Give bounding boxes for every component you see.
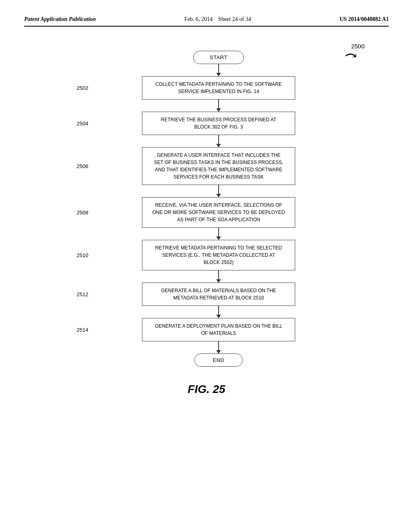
end-node: END [194, 353, 243, 367]
header-publication-label: Patent Application Publication [24, 16, 96, 23]
step-2510-text: RETRIEVE METADATA PERTAINING TO THE SELE… [155, 245, 282, 265]
header-sheet: Sheet 24 of 34 [218, 16, 251, 22]
step-2506-box: GENERATE A USER INTERFACE THAT INCLUDES … [142, 147, 295, 185]
header-patent-number: US 2014/0040882 A1 [340, 16, 389, 23]
step-2510-label: 2510 [77, 252, 88, 258]
step-2504-label: 2504 [77, 121, 88, 127]
step-2502-text: COLLECT METADATA PERTAINING TO THE SOFTW… [155, 81, 282, 94]
step-2502-box: COLLECT METADATA PERTAINING TO THE SOFTW… [142, 76, 295, 100]
step-2512-text: GENERATE A BILL OF MATERIALS BASED ON TH… [161, 288, 276, 301]
step-2502-row: 2502 COLLECT METADATA PERTAINING TO THE … [36, 76, 401, 100]
step-2506-row: 2506 GENERATE A USER INTERFACE THAT INCL… [36, 147, 401, 185]
header-date: Feb. 6, 2014 [184, 16, 213, 22]
arrow-3 [218, 185, 219, 197]
step-2506-text: GENERATE A USER INTERFACE THAT INCLUDES … [154, 152, 284, 180]
step-2510-row: 2510 RETRIEVE METADATA PERTAINING TO THE… [36, 240, 401, 270]
start-row: START [36, 51, 401, 64]
arrow-5 [218, 270, 219, 283]
step-2510-box: RETRIEVE METADATA PERTAINING TO THE SELE… [142, 240, 295, 270]
step-2514-label: 2514 [77, 327, 88, 333]
arrow-6 [218, 306, 219, 318]
step-2504-box: RETRIEVE THE BUSINESS PROCESS DEFINED AT… [142, 112, 295, 135]
step-2514-row: 2514 GENERATE A DEPLOYMENT PLAN BASED ON… [36, 318, 401, 341]
header-date-sheet: Feb. 6, 2014 Sheet 24 of 34 [184, 16, 251, 23]
step-2508-text: RECEIVE, VIA THE USER INTERFACE, SELECTI… [152, 202, 285, 222]
arrow-0 [218, 64, 219, 76]
diagram-container: 2500 ⤺ START 2502 COLLECT METADATA PERTA… [24, 39, 389, 396]
step-2508-box: RECEIVE, VIA THE USER INTERFACE, SELECTI… [142, 197, 295, 228]
page: Patent Application Publication Feb. 6, 2… [0, 0, 413, 532]
step-2504-row: 2504 RETRIEVE THE BUSINESS PROCESS DEFIN… [36, 112, 401, 135]
step-2512-box: GENERATE A BILL OF MATERIALS BASED ON TH… [142, 283, 295, 306]
step-2514-text: GENERATE A DEPLOYMENT PLAN BASED ON THE … [155, 323, 282, 336]
step-2512-label: 2512 [77, 291, 88, 297]
end-row: END [36, 353, 401, 367]
step-2508-label: 2508 [77, 210, 88, 216]
arrow-1 [218, 100, 219, 112]
start-node: START [193, 51, 244, 64]
page-header: Patent Application Publication Feb. 6, 2… [24, 16, 389, 27]
step-2504-text: RETRIEVE THE BUSINESS PROCESS DEFINED AT… [161, 117, 276, 130]
step-2514-box: GENERATE A DEPLOYMENT PLAN BASED ON THE … [142, 318, 295, 341]
flowchart: START 2502 COLLECT METADATA PERTAINING T… [36, 51, 401, 367]
arrow-7 [218, 341, 219, 353]
step-2502-label: 2502 [77, 85, 88, 91]
step-2512-row: 2512 GENERATE A BILL OF MATERIALS BASED … [36, 283, 401, 306]
arrow-2 [218, 135, 219, 147]
step-2508-row: 2508 RECEIVE, VIA THE USER INTERFACE, SE… [36, 197, 401, 228]
arrow-4 [218, 228, 219, 240]
step-2506-label: 2506 [77, 163, 88, 169]
figure-caption: FIG. 25 [188, 383, 225, 396]
